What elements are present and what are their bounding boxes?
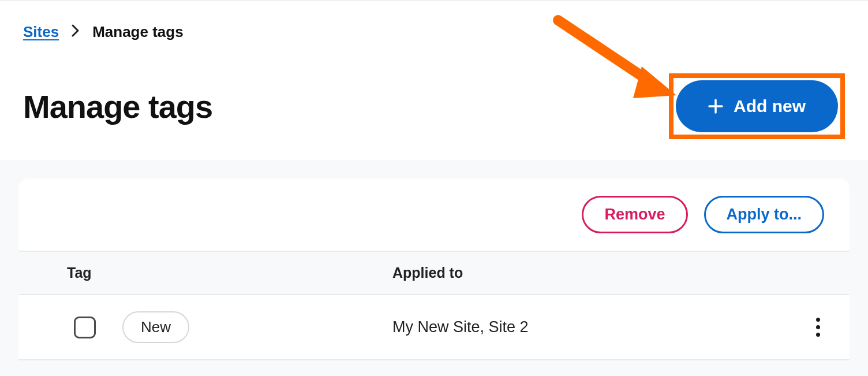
kebab-icon bbox=[816, 318, 820, 322]
header-area: Sites Manage tags Manage tags bbox=[0, 1, 868, 160]
annotation-arrow-icon bbox=[541, 3, 685, 121]
column-header-applied-to: Applied to bbox=[376, 265, 786, 281]
row-menu-button[interactable] bbox=[811, 313, 825, 341]
title-row: Manage tags bbox=[23, 73, 845, 139]
svg-marker-2 bbox=[633, 66, 676, 98]
add-new-label: Add new bbox=[734, 96, 806, 116]
column-header-tag: Tag bbox=[18, 265, 376, 281]
cell-tag: New bbox=[18, 311, 376, 343]
actions-bar: Remove Apply to... bbox=[18, 178, 850, 251]
chevron-right-icon bbox=[72, 24, 80, 40]
column-header-actions bbox=[786, 265, 850, 281]
plus-icon bbox=[708, 99, 723, 114]
remove-button[interactable]: Remove bbox=[582, 196, 687, 233]
cell-actions bbox=[786, 313, 850, 341]
row-checkbox[interactable] bbox=[74, 317, 96, 338]
breadcrumb-sites-link[interactable]: Sites bbox=[23, 23, 59, 41]
table-header: Tag Applied to bbox=[18, 251, 850, 295]
cell-applied-to: My New Site, Site 2 bbox=[376, 318, 786, 336]
page-title: Manage tags bbox=[23, 88, 212, 125]
breadcrumb: Sites Manage tags bbox=[23, 23, 845, 41]
table-row: New My New Site, Site 2 bbox=[18, 295, 850, 360]
kebab-icon bbox=[816, 325, 820, 329]
content-area: Remove Apply to... Tag Applied to New My… bbox=[0, 160, 868, 376]
apply-to-button[interactable]: Apply to... bbox=[704, 196, 825, 233]
add-new-button[interactable]: Add new bbox=[676, 80, 838, 132]
breadcrumb-current: Manage tags bbox=[92, 23, 184, 41]
kebab-icon bbox=[816, 333, 820, 337]
tag-chip[interactable]: New bbox=[122, 311, 189, 343]
add-new-highlight-box: Add new bbox=[669, 73, 845, 139]
tags-card: Remove Apply to... Tag Applied to New My… bbox=[18, 178, 850, 360]
tags-table: Tag Applied to New My New Site, Site 2 bbox=[18, 251, 850, 360]
